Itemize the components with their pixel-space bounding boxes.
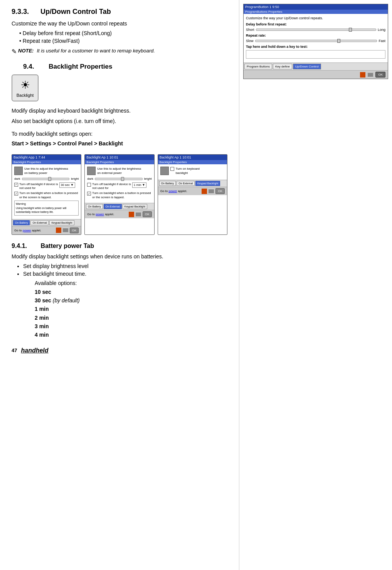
slider-dark-label2: dark — [87, 177, 93, 181]
right-tab-updown[interactable]: Up/Down Control — [293, 64, 321, 69]
right-appbar: ProgramButtons Properties — [244, 10, 388, 14]
note-label: NOTE: — [18, 48, 34, 54]
tab-on-external-3[interactable]: On External — [177, 181, 195, 186]
screenshot-3-img-row: Turn on keyboardbacklight — [160, 167, 225, 175]
section-933-intro: Customize the way the Up/Down control re… — [12, 20, 227, 28]
note-icon: ✎ — [12, 48, 17, 55]
slider-dark-label: dark — [14, 177, 20, 181]
keyboard-icon[interactable] — [63, 228, 68, 232]
right-screenshot: ProgramButton 1 9:50 ProgramButtons Prop… — [243, 4, 388, 79]
warning-title: Warning — [16, 202, 77, 206]
dropdown-arrow: ▼ — [71, 183, 74, 187]
brightness-slider-external[interactable] — [95, 178, 143, 180]
keyboard-backlight-checkbox[interactable] — [170, 167, 174, 171]
section-94-desc3: To modify backlight settings open: — [12, 130, 227, 138]
section-94-title: Backlight Properties — [49, 63, 112, 70]
timeout-checkbox-2[interactable] — [87, 183, 91, 187]
screenshot-2-titlebar: Backlight Ap 1 10:01 — [85, 155, 154, 160]
tab-on-battery[interactable]: On Battery — [13, 220, 30, 225]
keyboard-icon-3[interactable] — [209, 189, 214, 193]
right-bottom-bar: OK — [244, 70, 388, 79]
section-933-bullets: Delay before first repeat (Short/Long) R… — [19, 30, 227, 44]
right-repeat-slider-row: Slow Fast — [246, 39, 385, 43]
timeout-dropdown-2[interactable]: 1 min ▼ — [132, 182, 146, 188]
turn-on-text: Turn on backlight when a button is press… — [19, 191, 79, 199]
warning-box: Warning Using backlight while on battery… — [14, 201, 79, 215]
note-box: ✎ NOTE: It is useful for a customer to w… — [12, 48, 227, 55]
right-ok-button[interactable]: OK — [375, 72, 385, 78]
screenshot-row: Backlight App 1 7:44 Backlight Propertie… — [12, 154, 227, 235]
ok-button[interactable]: OK — [70, 228, 79, 233]
right-tab-bar: Program Buttons Key define Up/Down Contr… — [244, 62, 388, 70]
screenshot-3-title-text: Backlight Ap 1 10:01 — [160, 155, 191, 159]
tab-keypad-2[interactable]: Keypad Backlight — [123, 204, 147, 209]
windows-icon[interactable] — [56, 228, 61, 233]
section-94-heading: 9.4. Backlight Properties — [23, 63, 227, 71]
bullet-item: Delay before first repeat (Short/Long) — [19, 30, 227, 36]
left-column: 9.3.3. Up/Down Control Tab Customize the… — [0, 0, 239, 570]
right-tab-key-define[interactable]: Key define — [273, 64, 292, 69]
keyboard-icon-2[interactable] — [136, 212, 141, 216]
tab-keypad[interactable]: Keypad Backlight — [49, 220, 74, 225]
screenshot-1-titlebar: Backlight App 1 7:44 — [12, 155, 81, 160]
section-941-title: Battery power Tab — [41, 243, 94, 249]
battery-icon — [14, 167, 23, 175]
section-941-bullets: Set display brightness level Set backlig… — [23, 263, 227, 277]
brightness-slider-battery[interactable] — [22, 178, 70, 180]
screenshot-3-appbar: Backlight Properties — [158, 160, 227, 164]
screenshot-1-tabs: On Battery On External Keypad Backlight — [12, 219, 81, 226]
tab-on-battery-3[interactable]: On Battery — [159, 181, 176, 186]
note-text: It is useful for a customer to want to r… — [37, 48, 155, 54]
page-number: 47 — [12, 347, 17, 353]
tab-on-external[interactable]: On External — [30, 220, 49, 225]
option-30sec: 30 sec (by default) — [35, 296, 227, 305]
right-keyboard-icon[interactable] — [368, 73, 373, 77]
right-tab-program-buttons[interactable]: Program Buttons — [244, 64, 272, 69]
slider-bright-label2: bright — [144, 177, 152, 181]
bottom-icons-2: OK — [129, 211, 152, 217]
screenshot-2-app-title: Backlight Properties — [86, 160, 114, 164]
section-933-number: 9.3.3. — [12, 8, 29, 15]
timeout-dropdown[interactable]: 30 sec ▼ — [59, 182, 76, 188]
screenshot-1-content: Use this to adjust the brightnesson batt… — [12, 164, 81, 219]
right-tap-area[interactable] — [246, 50, 385, 59]
right-title-text: ProgramButton 1 9:50 — [245, 5, 279, 9]
turn-on-text-2: Turn on backlight when a button is press… — [92, 191, 151, 199]
section-94-number: 9.4. — [23, 63, 34, 70]
right-app-title: ProgramButtons Properties — [245, 10, 283, 13]
section-94-desc2: Also set backlight options (i.e. turn of… — [12, 117, 227, 125]
screenshot-3-titlebar: Backlight Ap 1 10:01 — [158, 155, 227, 160]
ok-button-2[interactable]: OK — [143, 211, 152, 217]
screenshot-1-appbar: Backlight Properties — [12, 160, 81, 164]
power-link: Go to power applet. — [14, 229, 41, 232]
screenshot-3-bottom: Go to power applet. OK — [158, 187, 227, 195]
repeat-slider[interactable] — [255, 40, 377, 42]
option-3min: 3 min — [35, 322, 227, 331]
timeout-checkbox[interactable] — [14, 183, 18, 187]
turn-on-checkbox-2[interactable] — [87, 192, 91, 196]
options-list: 10 sec 30 sec (by default) 1 min 2 min 3… — [35, 288, 227, 339]
tab-on-battery-2[interactable]: On Battery — [86, 204, 103, 209]
ok-button-3[interactable]: OK — [215, 188, 225, 194]
screenshot-1-img-row: Use this to adjust the brightnesson batt… — [14, 167, 79, 175]
right-windows-icon[interactable] — [360, 72, 365, 78]
delay-slider[interactable] — [256, 29, 376, 31]
tab-on-external-2[interactable]: On External — [104, 204, 122, 209]
screenshot-2: Backlight Ap 1 10:01 Backlight Propertie… — [84, 154, 154, 235]
option-1min: 1 min — [35, 305, 227, 313]
power-link-2: Go to power applet. — [87, 212, 114, 216]
right-body: Customize the way your Up/Down control r… — [244, 14, 388, 62]
turn-on-checkbox[interactable] — [14, 192, 18, 196]
tab-keypad-3[interactable]: Keypad Backlight — [195, 181, 220, 186]
bullet-brightness: Set display brightness level — [23, 263, 227, 269]
right-tap-label: Tap here and hold down a key to test: — [246, 45, 385, 49]
right-titlebar: ProgramButton 1 9:50 — [244, 4, 388, 10]
section-941-number: 9.4.1. — [12, 243, 27, 249]
keyboard-backlight-icon — [160, 167, 169, 175]
windows-icon-3[interactable] — [202, 189, 207, 194]
footer: 47 handheld — [12, 347, 227, 354]
keyboard-backlight-text: Turn on keyboardbacklight — [176, 167, 200, 175]
windows-icon-2[interactable] — [129, 212, 134, 217]
screenshot-1-bottom: Go to power applet. OK — [12, 226, 81, 234]
bullet-item: Repeat rate (Slow/Fast) — [19, 38, 227, 44]
